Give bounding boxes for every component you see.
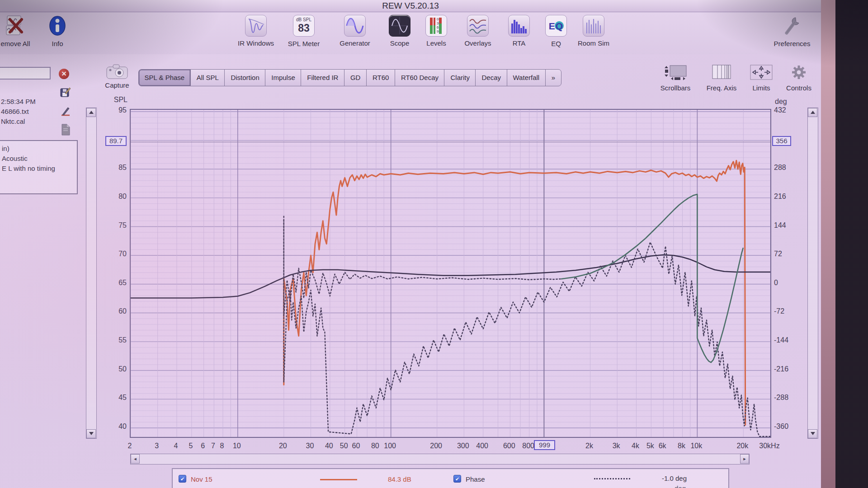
- scroll-up-icon[interactable]: [86, 108, 96, 117]
- cursor-deg-readout: 356: [772, 136, 791, 146]
- y-left-tick: 45: [105, 394, 127, 402]
- x-tick: 2: [116, 442, 143, 450]
- y-left-tick: 85: [105, 164, 127, 172]
- controls-button[interactable]: Controls: [779, 64, 818, 92]
- scroll-down-icon[interactable]: [808, 429, 817, 438]
- wrench-icon: [782, 30, 802, 38]
- tab--[interactable]: »: [545, 69, 561, 86]
- nov15-value: 84.3 dB: [388, 475, 411, 483]
- x-tick: 400: [469, 442, 496, 450]
- scroll-up-icon[interactable]: [808, 108, 817, 117]
- y-right-tick: -216: [774, 365, 801, 373]
- scroll-down-icon[interactable]: [86, 429, 96, 438]
- capture-label: Capture: [105, 81, 129, 89]
- info-button[interactable]: Info: [36, 15, 79, 47]
- y-right-tick: 144: [774, 221, 801, 230]
- limits-icon: [750, 74, 773, 82]
- overlays-icon: [467, 15, 489, 37]
- scrollbars-label: Scrollbars: [653, 84, 698, 92]
- cal-file: Nktc.cal: [1, 117, 55, 125]
- phase-swatch: [594, 478, 630, 479]
- phase-value: -1.0 deg: [662, 474, 687, 482]
- graph-toolbar-row: Capture SPL & PhaseAll SPLDistortionImpu…: [0, 54, 821, 94]
- levels-button[interactable]: 0 3 6 9 Levels: [415, 15, 458, 47]
- cursor-spl-readout: 89.7: [105, 136, 127, 146]
- y-left-tick: 55: [105, 336, 127, 344]
- freq-axis-toggle[interactable]: Freq. Axis: [700, 64, 743, 92]
- overlays-label: Overlays: [456, 39, 500, 47]
- scroll-left-icon[interactable]: ◂: [131, 454, 140, 464]
- nov15-checkbox[interactable]: ✔: [179, 475, 186, 483]
- row2-unit: deg: [675, 484, 686, 488]
- tab-all-spl[interactable]: All SPL: [190, 69, 225, 86]
- camera-icon: [106, 73, 128, 81]
- levels-label: Levels: [415, 39, 458, 47]
- controls-label: Controls: [779, 84, 818, 92]
- y-left-tick: 95: [105, 106, 127, 114]
- tab-filtered-ir[interactable]: Filtered IR: [301, 69, 344, 86]
- phase-checkbox[interactable]: ✔: [453, 475, 461, 483]
- remove-all-icon: [4, 30, 27, 38]
- ir-windows-button[interactable]: IR Windows: [234, 15, 278, 47]
- cursor-freq-readout: 999: [534, 440, 555, 450]
- spl-meter-button[interactable]: dB SPL 83 SPL Meter: [282, 15, 326, 47]
- monitor-bezel: [835, 0, 868, 488]
- tab-decay[interactable]: Decay: [475, 69, 507, 86]
- y-right-tick: 216: [774, 192, 801, 201]
- remove-all-button[interactable]: emove All: [0, 15, 38, 47]
- capture-button[interactable]: Capture: [103, 64, 131, 89]
- tab-distortion[interactable]: Distortion: [224, 69, 265, 86]
- tab-impulse[interactable]: Impulse: [265, 69, 302, 86]
- phase-label: Phase: [466, 475, 485, 483]
- tab-spl-phase[interactable]: SPL & Phase: [138, 69, 191, 86]
- save-icon[interactable]: [60, 87, 71, 99]
- eq-icon: EQ: [545, 15, 567, 37]
- generator-label: Generator: [333, 39, 377, 47]
- pencil-icon[interactable]: [61, 106, 71, 118]
- eq-button[interactable]: EQ EQ: [534, 15, 578, 47]
- svg-text:3: 3: [437, 21, 439, 25]
- room-sim-button[interactable]: Room Sim: [572, 15, 615, 47]
- limits-button[interactable]: Limits: [743, 64, 779, 92]
- spl-phase-plot[interactable]: [130, 109, 771, 438]
- ir-windows-icon: [245, 15, 267, 37]
- x-tick: 100: [377, 442, 404, 450]
- left-vertical-scrollbar[interactable]: [86, 108, 97, 439]
- tab-gd[interactable]: GD: [344, 69, 367, 86]
- y-right-tick: 72: [774, 250, 801, 258]
- spl-meter-icon: dB SPL 83: [293, 15, 315, 37]
- room-sim-label: Room Sim: [572, 39, 615, 47]
- preferences-button[interactable]: Preferences: [769, 15, 815, 47]
- main-toolbar: emove All Info IR Windows: [0, 12, 821, 54]
- overlays-button[interactable]: Overlays: [456, 15, 500, 47]
- close-measurement-icon[interactable]: ✕: [59, 69, 69, 79]
- graph-tabs: SPL & PhaseAll SPLDistortionImpulseFilte…: [139, 69, 561, 86]
- trace-phase-2: [284, 220, 561, 316]
- tab-rt60[interactable]: RT60: [366, 69, 395, 86]
- tab-waterfall[interactable]: Waterfall: [507, 69, 546, 86]
- y-left-tick: 80: [105, 192, 127, 201]
- trace-nov-15-spl: [284, 160, 745, 425]
- measurement-name-input[interactable]: [0, 67, 51, 80]
- gear-icon: [790, 74, 808, 82]
- info-icon: [48, 30, 67, 38]
- rta-icon: [508, 15, 530, 37]
- preferences-label: Preferences: [769, 40, 815, 47]
- scroll-right-icon[interactable]: ▸: [740, 454, 749, 464]
- scope-icon: [389, 15, 410, 37]
- y-left-tick: 60: [105, 307, 127, 315]
- tab-clarity[interactable]: Clarity: [444, 69, 476, 86]
- generator-button[interactable]: Generator: [333, 15, 377, 47]
- right-vertical-scrollbar[interactable]: [807, 108, 818, 439]
- notes-icon[interactable]: [61, 124, 71, 137]
- scrollbars-toggle[interactable]: Scrollbars: [653, 64, 698, 92]
- tab-rt60-decay[interactable]: RT60 Decay: [395, 69, 445, 86]
- horizontal-scrollbar[interactable]: ◂ ▸: [130, 454, 750, 465]
- deg-axis-label: deg: [775, 98, 787, 106]
- freq-axis-label: Freq. Axis: [700, 84, 743, 92]
- y-left-tick: 40: [105, 422, 127, 431]
- window-title: REW V5.20.13: [0, 0, 821, 12]
- monitor-bezel-highlight: [821, 0, 836, 488]
- x-tick: 200: [423, 442, 450, 450]
- rew-application-window: REW V5.20.13 emove All: [0, 0, 868, 488]
